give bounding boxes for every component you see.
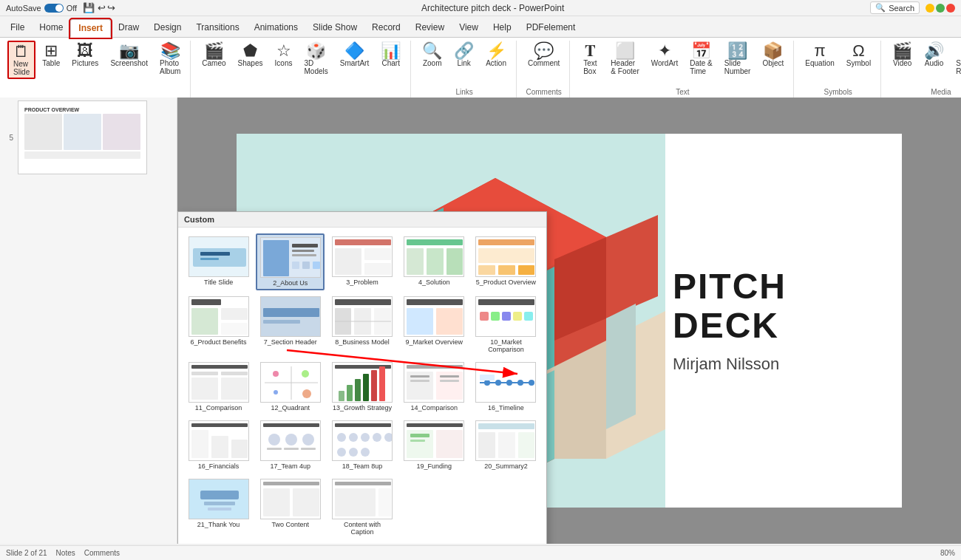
chart-button[interactable]: 📊 Chart bbox=[376, 41, 406, 69]
layout-item-5[interactable]: 5_Product Overview bbox=[472, 233, 540, 290]
tab-slideshow[interactable]: Slide Show bbox=[305, 19, 364, 37]
cameo-button[interactable]: 🎬 Cameo bbox=[197, 41, 231, 69]
layout-item-10[interactable]: 10_Market Comparison bbox=[472, 293, 540, 356]
layout-item-11[interactable]: 11_Comparison bbox=[184, 359, 253, 414]
slide-info: Slide 2 of 21 bbox=[6, 549, 47, 557]
layout-item-20[interactable]: 19_Funding bbox=[400, 417, 469, 473]
layout-item-13[interactable]: 13_Growth Strategy bbox=[327, 359, 396, 414]
pictures-button[interactable]: 🖼 Pictures bbox=[67, 41, 103, 69]
screen-recording-button[interactable]: ⏺ ScreenRecording bbox=[951, 41, 961, 78]
svg-rect-70 bbox=[436, 308, 463, 335]
tab-insert[interactable]: Insert bbox=[70, 19, 111, 38]
slide-number-label: SlideNumber bbox=[724, 59, 751, 75]
layout-item-7[interactable]: 7_Section Header bbox=[256, 293, 325, 356]
zoom-button[interactable]: 🔍 Zoom bbox=[417, 41, 447, 69]
link-button[interactable]: 🔗 Link bbox=[449, 41, 479, 69]
svg-point-135 bbox=[337, 448, 346, 457]
svg-rect-159 bbox=[335, 488, 376, 516]
tab-review[interactable]: Review bbox=[408, 19, 452, 37]
wordart-label: WordArt bbox=[651, 59, 679, 67]
layout-item-2[interactable]: 2_About Us bbox=[256, 233, 325, 290]
wordart-button[interactable]: ✦ WordArt bbox=[646, 41, 684, 69]
layout-item-17[interactable]: 16_Financials bbox=[184, 417, 253, 473]
maximize-button[interactable] bbox=[936, 4, 945, 13]
slide-number-button[interactable]: 🔢 SlideNumber bbox=[719, 41, 756, 78]
symbol-button[interactable]: Ω Symbol bbox=[841, 41, 876, 69]
layout-thumb-17 bbox=[189, 420, 249, 461]
autosave-area: AutoSave Off bbox=[6, 4, 77, 13]
layout-item-21[interactable]: 20_Summary2 bbox=[472, 417, 540, 473]
layouts-grid[interactable]: Title Slide2_About Us3_Problem4_Solution… bbox=[178, 228, 546, 544]
layout-item-19[interactable]: 18_Team 8up bbox=[327, 417, 396, 473]
layout-name-8: 8_Business Model bbox=[335, 338, 390, 346]
svg-rect-148 bbox=[518, 432, 534, 458]
layout-item-8[interactable]: 8_Business Model bbox=[327, 293, 396, 356]
header-footer-button[interactable]: ⬜ Header& Footer bbox=[605, 41, 644, 78]
layout-item-18[interactable]: 17_Team 4up bbox=[256, 417, 325, 473]
tab-home[interactable]: Home bbox=[32, 19, 70, 37]
notes-button[interactable]: Notes bbox=[56, 549, 75, 557]
action-icon: ⚡ bbox=[486, 43, 506, 59]
audio-button[interactable]: 🔊 Audio bbox=[919, 41, 949, 69]
slides-group-content: 🗒 NewSlide ⊞ Table 🖼 Pictures 📷 Screensh… bbox=[7, 41, 186, 98]
layout-item-3[interactable]: 3_Problem bbox=[327, 233, 396, 290]
tab-design[interactable]: Design bbox=[146, 19, 189, 37]
equation-button[interactable]: π Equation bbox=[800, 41, 839, 69]
tab-transitions[interactable]: Transitions bbox=[189, 19, 246, 37]
table-button[interactable]: ⊞ Table bbox=[37, 41, 65, 69]
symbols-group-label: Symbols bbox=[800, 88, 876, 98]
shapes-icon: ⬟ bbox=[243, 43, 257, 59]
video-button[interactable]: 🎬 Video bbox=[887, 41, 917, 69]
close-button[interactable] bbox=[946, 4, 955, 13]
search-box[interactable]: 🔍 Search bbox=[870, 1, 920, 14]
layout-item-1[interactable]: Title Slide bbox=[184, 233, 253, 290]
screenshot-button[interactable]: 📷 Screenshot bbox=[105, 41, 153, 69]
date-time-button[interactable]: 📅 Date &Time bbox=[685, 41, 718, 78]
layout-item-9[interactable]: 9_Market Overview bbox=[400, 293, 469, 356]
undo-icon[interactable]: ↩ bbox=[98, 2, 106, 13]
layout-item-24[interactable]: Content with Caption bbox=[327, 476, 396, 539]
smartart-button[interactable]: 🔷 SmartArt bbox=[335, 41, 374, 69]
tab-help[interactable]: Help bbox=[486, 19, 519, 37]
tab-file[interactable]: File bbox=[3, 19, 32, 37]
shapes-button[interactable]: ⬟ Shapes bbox=[233, 41, 268, 69]
layout-item-16[interactable]: 16_Timeline bbox=[472, 359, 540, 414]
slide-thumb-5[interactable]: 5 PRODUCT OVERVIEW bbox=[0, 98, 177, 177]
svg-rect-118 bbox=[211, 436, 228, 458]
textbox-button[interactable]: 𝐓 TextBox bbox=[576, 41, 604, 78]
icons-button[interactable]: ☆ Icons bbox=[270, 41, 298, 69]
new-slide-label: NewSlide bbox=[13, 60, 30, 76]
layout-item-12[interactable]: 12_Quadrant bbox=[256, 359, 325, 414]
tab-animations[interactable]: Animations bbox=[247, 19, 305, 37]
comments-button[interactable]: Comments bbox=[84, 549, 120, 557]
tab-view[interactable]: View bbox=[452, 19, 486, 37]
layout-thumb-10 bbox=[475, 296, 536, 337]
layout-item-6[interactable]: 6_Product Benefits bbox=[184, 293, 253, 356]
layout-item-23[interactable]: Two Content bbox=[256, 476, 325, 539]
photo-album-button[interactable]: 📚 PhotoAlbum bbox=[154, 41, 186, 78]
save-icon[interactable]: 💾 bbox=[83, 2, 95, 13]
comment-button[interactable]: 💬 Comment bbox=[523, 41, 565, 69]
svg-point-137 bbox=[361, 448, 370, 457]
layout-item-14[interactable]: 14_Comparison bbox=[400, 359, 469, 414]
minimize-button[interactable] bbox=[926, 4, 934, 13]
3d-models-button[interactable]: 🎲 3DModels bbox=[299, 41, 333, 78]
video-icon: 🎬 bbox=[892, 43, 912, 59]
svg-rect-76 bbox=[513, 312, 522, 321]
tab-record[interactable]: Record bbox=[364, 19, 408, 37]
redo-icon[interactable]: ↪ bbox=[107, 2, 115, 13]
svg-point-110 bbox=[495, 380, 501, 386]
title-bar: AutoSave Off 💾 ↩ ↪ Architecture pitch de… bbox=[0, 0, 961, 16]
link-label: Link bbox=[458, 59, 471, 67]
layout-name-18: 17_Team 4up bbox=[271, 462, 311, 470]
layout-item-22[interactable]: 21_Thank You bbox=[184, 476, 253, 539]
new-slide-button[interactable]: 🗒 NewSlide bbox=[7, 41, 35, 79]
layout-item-4[interactable]: 4_Solution bbox=[400, 233, 469, 290]
tab-pdfelement[interactable]: PDFelement bbox=[519, 19, 583, 37]
object-button[interactable]: 📦 Object bbox=[757, 41, 789, 69]
autosave-toggle[interactable] bbox=[44, 4, 64, 13]
action-button[interactable]: ⚡ Action bbox=[480, 41, 512, 69]
tab-draw[interactable]: Draw bbox=[111, 19, 146, 37]
layout-thumb-14 bbox=[404, 362, 464, 403]
slide-panel[interactable]: 5 PRODUCT OVERVIEW bbox=[0, 98, 177, 544]
